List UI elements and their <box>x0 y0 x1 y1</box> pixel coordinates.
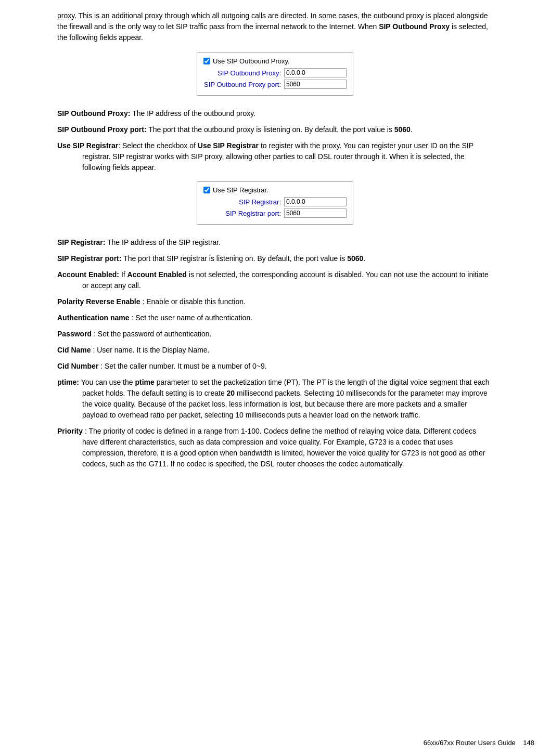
def-body-cid-name: : User name. It is the Display Name. <box>93 346 209 354</box>
def-body-ptime-1: You can use the <box>81 378 135 386</box>
def-sip-registrar: SIP Registrar: The IP address of the SIP… <box>57 237 493 248</box>
def-body-priority: : The priority of codec is defined in a … <box>82 427 485 468</box>
def-term-cid-number: Cid Number <box>57 362 98 370</box>
def-password: Password : Set the password of authentic… <box>57 329 493 340</box>
figure-outbound-proxy: Use SIP Outbound Proxy. SIP Outbound Pro… <box>57 53 493 96</box>
use-sip-registrar-checkbox[interactable] <box>203 187 210 193</box>
def-ptime: ptime: You can use the ptime parameter t… <box>57 377 493 421</box>
def-use-sip-registrar: Use SIP Registrar: Select the checkbox o… <box>57 140 493 173</box>
def-cid-name: Cid Name : User name. It is the Display … <box>57 345 493 356</box>
def-bold-use-sip-registrar: Use SIP Registrar <box>198 141 259 150</box>
def-bold-20: 20 <box>227 389 235 397</box>
def-body-password: : Set the password of authentication. <box>94 330 211 338</box>
def-term-sip-registrar: SIP Registrar: <box>57 238 105 246</box>
sip-outbound-proxy-label: SIP Outbound Proxy: <box>203 69 284 77</box>
use-sip-outbound-proxy-label: Use SIP Outbound Proxy. <box>213 57 290 65</box>
def-sip-registrar-port: SIP Registrar port: The port that SIP re… <box>57 253 493 264</box>
def-body-sip-registrar: The IP address of the SIP registrar. <box>107 238 221 246</box>
def-term-use-sip-registrar: Use SIP Registrar <box>57 141 118 150</box>
sip-registrar-port-field-label: SIP Registrar port: <box>203 210 284 217</box>
def-term-account-enabled: Account Enabled: <box>57 270 119 279</box>
footer-text: 66xx/67xx Router Users Guide <box>424 739 516 747</box>
def-polarity-reverse: Polarity Reverse Enable : Enable or disa… <box>57 296 493 307</box>
def-term-sip-outbound-proxy: SIP Outbound Proxy: <box>57 109 131 118</box>
def-body-cid-number: : Set the caller number. It must be a nu… <box>100 362 266 370</box>
def-cid-number: Cid Number : Set the caller number. It m… <box>57 361 493 372</box>
sip-outbound-proxy-field-row: SIP Outbound Proxy: <box>203 68 347 77</box>
def-bold-ptime: ptime <box>135 378 154 386</box>
sip-outbound-proxy-port-input[interactable] <box>284 80 347 89</box>
def-term-auth-name: Authentication name <box>57 314 129 322</box>
def-body-sip-registrar-port-2: . <box>363 254 365 263</box>
def-body-use-sip-registrar-1: : Select the checkbox of <box>118 141 198 150</box>
def-body-sip-outbound-proxy: The IP address of the outbound proxy. <box>132 109 255 118</box>
sip-registrar-input[interactable] <box>284 197 347 206</box>
def-term-cid-name: Cid Name <box>57 346 91 354</box>
figure-sip-registrar-box: Use SIP Registrar. SIP Registrar: SIP Re… <box>197 181 353 225</box>
sip-registrar-port-field-row: SIP Registrar port: <box>203 208 347 218</box>
def-body-auth-name: : Set the user name of authentication. <box>131 314 252 322</box>
sip-registrar-port-input[interactable] <box>284 208 347 218</box>
def-bold-5060-1: 5060 <box>394 125 411 134</box>
def-priority: Priority : The priority of codec is defi… <box>57 426 493 470</box>
sip-registrar-field-label: SIP Registrar: <box>203 198 284 206</box>
page-footer: 66xx/67xx Router Users Guide 148 <box>424 739 534 747</box>
intro-bold: SIP Outbound Proxy <box>379 22 450 31</box>
footer-page: 148 <box>523 739 534 747</box>
def-bold-account-enabled: Account Enabled <box>127 270 187 279</box>
def-auth-name: Authentication name : Set the user name … <box>57 312 493 323</box>
intro-paragraph: proxy. This is an additional proxy throu… <box>57 10 493 43</box>
def-body-polarity-reverse: : Enable or disable this function. <box>142 297 245 306</box>
def-term-polarity-reverse: Polarity Reverse Enable <box>57 297 140 306</box>
use-sip-outbound-proxy-checkbox[interactable] <box>203 58 210 64</box>
def-bold-5060-2: 5060 <box>347 254 363 263</box>
def-account-enabled: Account Enabled: If Account Enabled is n… <box>57 269 493 291</box>
def-term-priority: Priority <box>57 427 83 435</box>
figure-sip-registrar: Use SIP Registrar. SIP Registrar: SIP Re… <box>57 181 493 225</box>
def-body-sip-outbound-proxy-port-1: The port that the outbound proxy is list… <box>148 125 394 134</box>
def-term-sip-outbound-proxy-port: SIP Outbound Proxy port: <box>57 125 147 134</box>
figure-outbound-proxy-box: Use SIP Outbound Proxy. SIP Outbound Pro… <box>197 53 353 96</box>
use-sip-outbound-proxy-row[interactable]: Use SIP Outbound Proxy. <box>203 57 347 65</box>
sip-outbound-proxy-input[interactable] <box>284 68 347 77</box>
def-body-sip-outbound-proxy-port-2: . <box>411 125 413 134</box>
sip-outbound-proxy-port-label: SIP Outbound Proxy port: <box>203 81 284 88</box>
use-sip-registrar-row[interactable]: Use SIP Registrar. <box>203 186 347 194</box>
use-sip-registrar-label: Use SIP Registrar. <box>213 186 268 194</box>
sip-outbound-proxy-port-field-row: SIP Outbound Proxy port: <box>203 80 347 89</box>
def-body-sip-registrar-port-1: The port that SIP registrar is listening… <box>123 254 347 263</box>
page-content: proxy. This is an additional proxy throu… <box>0 0 550 506</box>
def-term-ptime: ptime: <box>57 378 79 386</box>
def-body-account-enabled-1: If <box>121 270 127 279</box>
def-term-password: Password <box>57 330 92 338</box>
def-term-sip-registrar-port: SIP Registrar port: <box>57 254 121 263</box>
definitions-list: SIP Outbound Proxy: The IP address of th… <box>57 108 493 470</box>
sip-registrar-field-row: SIP Registrar: <box>203 197 347 206</box>
def-sip-outbound-proxy-port: SIP Outbound Proxy port: The port that t… <box>57 124 493 135</box>
def-sip-outbound-proxy: SIP Outbound Proxy: The IP address of th… <box>57 108 493 119</box>
